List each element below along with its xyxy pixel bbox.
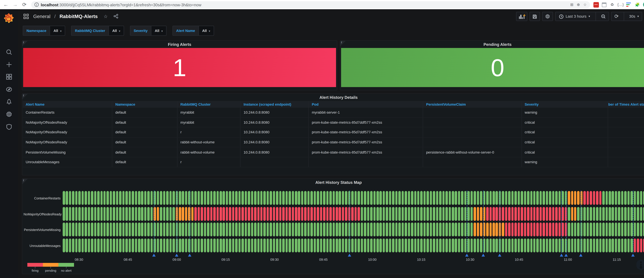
annotation-marker-icon[interactable]	[175, 254, 178, 256]
annotation-marker-icon[interactable]	[188, 254, 192, 256]
refresh-button[interactable]: ⟳	[612, 14, 622, 19]
create-plus-icon[interactable]	[0, 60, 18, 69]
server-admin-shield-icon[interactable]	[0, 122, 18, 131]
panel-title[interactable]: Pending Alerts	[340, 41, 644, 48]
variable-value-dropdown[interactable]: All▾	[50, 26, 65, 36]
status-pill	[157, 238, 159, 252]
variable-value-dropdown[interactable]: All▾	[108, 26, 124, 36]
column-header[interactable]: Namespace	[112, 101, 178, 108]
column-header[interactable]: Severity	[522, 101, 608, 108]
annotation-marker-icon[interactable]	[152, 254, 156, 256]
explore-compass-icon[interactable]	[0, 84, 18, 94]
braces-extension-icon[interactable]: {…}	[618, 2, 623, 7]
password-manager-icon[interactable]: •••	[594, 2, 599, 7]
column-header[interactable]: Number of Times Alert started	[608, 101, 644, 108]
panel-info-icon[interactable]: i	[22, 179, 28, 184]
tab-grid-icon[interactable]: ⊞	[570, 2, 574, 7]
annotation-marker-icon[interactable]	[498, 254, 501, 256]
annotation-marker-icon[interactable]	[632, 254, 635, 256]
status-pill	[126, 207, 128, 221]
annotation-line[interactable]	[350, 190, 350, 253]
breadcrumb-folder[interactable]: General	[33, 14, 50, 19]
panel-title[interactable]: Alert History Status Map	[22, 179, 644, 186]
status-pill	[514, 238, 517, 252]
x-axis-tick-label: 09:00	[172, 258, 181, 262]
annotation-line[interactable]	[500, 190, 500, 253]
configuration-gear-icon[interactable]	[0, 109, 18, 119]
browser-forward-icon[interactable]: →	[12, 1, 18, 8]
column-header[interactable]: Pod	[309, 101, 423, 108]
annotation-line[interactable]	[177, 190, 177, 253]
status-pill	[213, 191, 216, 205]
url-text[interactable]: localhost:3000/d/jjCq5SLMk/rabbitmq-aler…	[41, 2, 202, 7]
status-pill	[543, 238, 545, 252]
bookmark-star-icon[interactable]: ☆	[583, 2, 587, 7]
time-range-picker[interactable]: Last 3 hours ▾	[556, 14, 594, 19]
annotation-marker-icon[interactable]	[564, 254, 568, 256]
annotation-marker-icon[interactable]	[579, 254, 582, 256]
column-header[interactable]: Alert Name	[23, 101, 112, 108]
annotation-line[interactable]	[566, 190, 566, 253]
status-pill	[628, 222, 630, 236]
status-pill	[226, 222, 228, 236]
status-pill	[88, 207, 90, 221]
panel-alert-history-details[interactable]: i Alert History Details Alert NameNamesp…	[22, 94, 644, 176]
save-dashboard-button[interactable]	[530, 12, 540, 21]
search-icon[interactable]	[0, 48, 18, 57]
alerting-bell-icon[interactable]	[0, 97, 18, 106]
annotation-marker-icon[interactable]	[465, 254, 468, 256]
status-pill	[135, 191, 137, 205]
panel-pending-alerts[interactable]: i Pending Alerts 0	[340, 40, 644, 90]
site-info-icon[interactable]: i	[34, 2, 39, 7]
puzzle-extensions-icon[interactable]: 🧩	[634, 2, 640, 7]
panel-info-icon[interactable]: i	[22, 94, 28, 99]
annotation-line[interactable]	[483, 190, 484, 253]
panel-info-icon[interactable]: i	[22, 41, 28, 46]
dashboard-title[interactable]: RabbitMQ-Alerts	[60, 14, 98, 19]
add-panel-button[interactable]: +	[516, 12, 527, 21]
column-header[interactable]: RabbitMQ Cluster	[178, 101, 240, 108]
annotation-marker-icon[interactable]	[560, 254, 563, 256]
grafana-logo[interactable]	[3, 12, 14, 24]
recycle-extension-icon[interactable]: ♻	[609, 2, 615, 7]
refresh-interval-dropdown[interactable]: 30s ▾	[626, 14, 642, 18]
column-header[interactable]: Instance (scraped endpoint)	[240, 101, 309, 108]
panel-title[interactable]: Firing Alerts	[22, 41, 337, 48]
dashboard-settings-button[interactable]	[542, 12, 553, 21]
chart-link-extension-icon[interactable]	[626, 2, 632, 7]
zoom-out-button[interactable]	[598, 14, 608, 19]
dashboards-icon[interactable]	[0, 72, 18, 81]
status-pill	[144, 207, 146, 221]
browser-back-icon[interactable]: ←	[2, 1, 9, 8]
favorite-star-icon[interactable]: ☆	[104, 14, 108, 19]
variable-value-dropdown[interactable]: All▾	[151, 26, 166, 36]
panel-title[interactable]: Alert History Details	[22, 94, 644, 100]
panel-firing-alerts[interactable]: i Firing Alerts 1	[22, 40, 337, 90]
annotation-line[interactable]	[561, 190, 562, 253]
annotation-line[interactable]	[154, 190, 154, 253]
variable-value-dropdown[interactable]: All▾	[198, 26, 214, 36]
column-header[interactable]: PersistentVolumeClaim	[423, 101, 522, 108]
zoom-plus-icon[interactable]: ⊕	[577, 2, 580, 7]
share-icon[interactable]	[114, 14, 118, 19]
breadcrumb[interactable]: General / RabbitMQ-Alerts	[33, 14, 98, 19]
window-extension-icon[interactable]	[602, 2, 606, 7]
annotation-line[interactable]	[467, 190, 467, 253]
annotation-marker-icon[interactable]	[482, 254, 485, 256]
annotation-line[interactable]	[633, 190, 634, 253]
profile-avatar[interactable]	[643, 2, 644, 8]
status-pill	[185, 238, 187, 252]
panel-alert-history-status-map[interactable]: i Alert History Status Map ContainerRest…	[22, 178, 644, 274]
status-pill	[558, 222, 561, 236]
address-bar[interactable]: i localhost:3000/d/jjCq5SLMk/rabbitmq-al…	[31, 1, 590, 8]
panel-info-icon[interactable]: i	[340, 41, 346, 46]
dashboard-grid-icon[interactable]	[24, 14, 29, 19]
table-cell: default	[112, 138, 178, 147]
status-pill	[502, 191, 504, 205]
annotation-marker-icon[interactable]	[348, 254, 351, 256]
annotation-line[interactable]	[190, 190, 190, 253]
browser-reload-icon[interactable]: ⟳	[21, 1, 28, 8]
status-pill	[628, 191, 630, 205]
status-pill	[110, 207, 112, 221]
annotation-line[interactable]	[581, 190, 581, 253]
